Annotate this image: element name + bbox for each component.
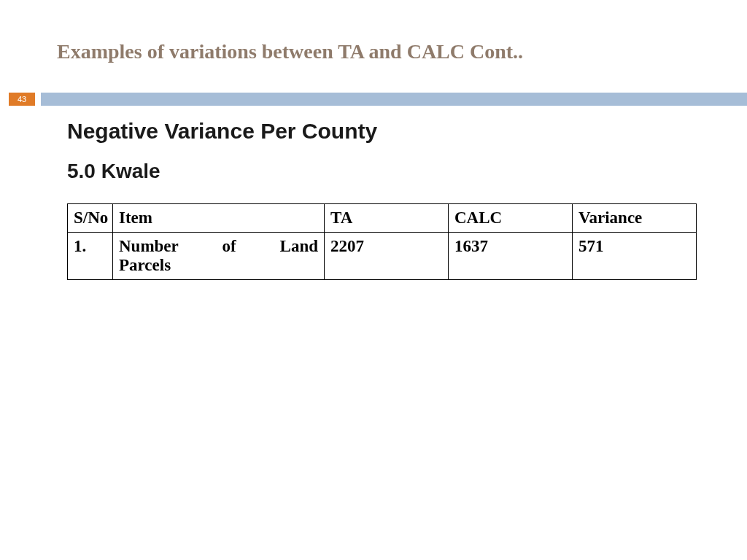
- cell-item: Number of Land Parcels: [113, 233, 325, 280]
- variance-table: S/No Item TA CALC Variance 1. Number of …: [67, 203, 697, 280]
- cell-var: 571: [573, 233, 697, 280]
- cell-item-line1: Number of Land: [119, 237, 318, 255]
- cell-sn: 1.: [68, 233, 113, 280]
- col-ta: TA: [325, 204, 449, 233]
- subtitle: Negative Variance Per County: [67, 119, 696, 144]
- slide: Examples of variations between TA and CA…: [0, 0, 747, 560]
- col-sn: S/No: [68, 204, 113, 233]
- table-header-row: S/No Item TA CALC Variance: [68, 204, 697, 233]
- col-var: Variance: [573, 204, 697, 233]
- table-row: 1. Number of Land Parcels 2207 1637 571: [68, 233, 697, 280]
- cell-calc: 1637: [449, 233, 573, 280]
- cell-ta: 2207: [325, 233, 449, 280]
- section-heading: 5.0 Kwale: [67, 160, 696, 183]
- col-calc: CALC: [449, 204, 573, 233]
- col-item: Item: [113, 204, 325, 233]
- slide-title: Examples of variations between TA and CA…: [57, 40, 747, 63]
- accent-bar-row: 43: [0, 93, 747, 106]
- cell-item-line2: Parcels: [119, 256, 318, 275]
- slide-number-chip: 43: [9, 93, 35, 106]
- accent-bar: [41, 93, 747, 106]
- slide-body: Negative Variance Per County 5.0 Kwale S…: [67, 119, 696, 280]
